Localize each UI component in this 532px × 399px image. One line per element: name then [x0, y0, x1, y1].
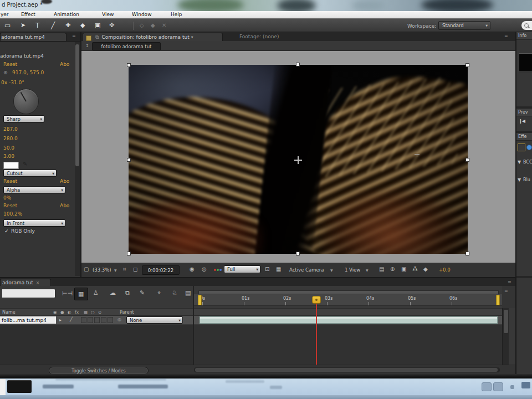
effects-search-icon[interactable]: [518, 144, 525, 151]
effects-tree-twirl[interactable]: ▼: [518, 177, 521, 182]
snapshot-icon[interactable]: ◉: [190, 267, 195, 272]
selection-handle[interactable]: [127, 252, 131, 255]
selection-handle[interactable]: [466, 158, 469, 162]
effect-controls-tab[interactable]: adorama tut.mp4: [0, 33, 66, 41]
fast-preview-icon[interactable]: ◆: [423, 267, 428, 272]
param-value[interactable]: 3.00: [3, 154, 14, 159]
safe-margins-icon[interactable]: ⌗: [123, 267, 126, 272]
magnification-value[interactable]: (33.3%): [93, 267, 111, 273]
about-link[interactable]: Abo: [60, 203, 69, 208]
column-header-name[interactable]: Name: [2, 310, 16, 315]
current-time-line[interactable]: [316, 304, 317, 365]
exposure-value[interactable]: +0.0: [439, 267, 451, 273]
menu-item-effect[interactable]: Effect: [21, 12, 35, 17]
selection-handle[interactable]: [296, 252, 300, 255]
mini-flowchart-icon[interactable]: ⊕: [390, 267, 395, 272]
order-dropdown[interactable]: In Front ▼: [3, 219, 65, 227]
title-bar[interactable]: d Project.aep *: [0, 0, 532, 11]
percent-value[interactable]: 0%: [3, 195, 11, 201]
param-value[interactable]: 287.0: [3, 126, 18, 132]
motion-blur-icon[interactable]: ✎: [140, 290, 145, 296]
tool-selection-icon[interactable]: ▭: [4, 22, 11, 29]
angle-value[interactable]: 0x -31.0°: [1, 80, 24, 85]
timeline-vscrollbar-thumb[interactable]: [504, 310, 508, 333]
tool-brush-icon[interactable]: ✚: [65, 22, 70, 28]
tool-text-icon[interactable]: T: [35, 22, 39, 29]
effects-help-icon[interactable]: [526, 145, 532, 150]
frame-blend-icon[interactable]: ⧉: [125, 290, 130, 296]
pixel-aspect-icon[interactable]: ⁂: [412, 267, 418, 272]
panel-menu-icon[interactable]: ≡: [504, 34, 508, 39]
eyedropper-icon[interactable]: ✐: [22, 161, 28, 166]
view-layout-dropdown[interactable]: 1 View: [345, 267, 360, 273]
selection-handle[interactable]: [466, 63, 469, 67]
layer-switch-cell[interactable]: [88, 317, 93, 323]
selection-handle[interactable]: [466, 252, 469, 255]
rgb-only-checkbox[interactable]: ✓: [4, 228, 9, 234]
camera-dropdown[interactable]: Active Camera: [289, 267, 324, 273]
selection-handle[interactable]: [296, 63, 300, 66]
parent-dropdown[interactable]: None ▼: [126, 316, 183, 324]
layer-switch-cell[interactable]: [94, 317, 100, 323]
backing-dropdown[interactable]: Cutout ▼: [3, 170, 57, 177]
tool-puppet-icon[interactable]: ✜: [109, 22, 114, 28]
work-area-end-handle[interactable]: [496, 295, 500, 305]
panel-menu-icon[interactable]: ≡: [508, 280, 511, 284]
workspace-search-input[interactable]: [521, 21, 532, 30]
draft3d-icon[interactable]: ▣: [401, 267, 406, 272]
draft3d-toggle-icon[interactable]: ♙: [93, 290, 99, 296]
video-thumb-button[interactable]: [7, 380, 32, 393]
resolution-dropdown[interactable]: Full ▼: [224, 265, 260, 273]
show-channel-icon[interactable]: [214, 269, 216, 271]
pickwhip-icon[interactable]: ◎: [117, 318, 121, 322]
grid-guides-icon[interactable]: ▤: [379, 267, 384, 272]
menu-item-window[interactable]: Window: [132, 12, 152, 17]
chevron-down-icon[interactable]: ▼: [330, 268, 333, 272]
scrollbar-track[interactable]: [75, 42, 80, 276]
show-snapshot-icon[interactable]: ◎: [202, 267, 207, 272]
pressed-toggle-frame[interactable]: ▦: [74, 288, 88, 300]
about-link[interactable]: Abo: [60, 178, 69, 184]
effects-tree-item[interactable]: BCC: [523, 160, 532, 165]
param-value[interactable]: 280.0: [3, 136, 18, 141]
mask-visibility-icon[interactable]: ◻: [133, 267, 137, 272]
preview-panel-header[interactable]: Prev: [516, 109, 532, 116]
column-divider[interactable]: [193, 286, 194, 365]
breadcrumb-comp-button[interactable]: fotolibro adorama tut: [92, 42, 161, 50]
chevron-down-icon[interactable]: ▼: [114, 268, 117, 272]
timeline-hscrollbar-thumb[interactable]: [195, 368, 498, 372]
timeline-hscrollbar[interactable]: [194, 367, 500, 372]
panel-menu-icon[interactable]: ≡: [72, 34, 76, 39]
layer-duration-bar[interactable]: [200, 316, 498, 324]
angle-dial[interactable]: [13, 89, 39, 114]
comp-marker-icon[interactable]: ≡: [504, 289, 508, 294]
effect-point-icon[interactable]: ⊕: [3, 70, 8, 75]
graph-editor-icon[interactable]: ▤: [185, 290, 191, 296]
tool-hand-icon[interactable]: ➤: [21, 22, 25, 28]
player-share-icon[interactable]: [521, 382, 530, 388]
reset-link[interactable]: Reset: [3, 178, 17, 184]
menu-item-animation[interactable]: Animation: [54, 12, 79, 17]
time-ruler[interactable]: 0s 01s 02s 03s 04s 05s 06s: [194, 294, 502, 306]
menu-item-layer[interactable]: yer: [1, 12, 9, 17]
selection-handle[interactable]: [127, 63, 131, 67]
point-value[interactable]: 917.0, 575.0: [12, 70, 44, 75]
timecode-box[interactable]: 0:00:02:22: [142, 265, 180, 275]
in-out-icon[interactable]: ⊢⊣: [62, 290, 73, 296]
effects-tree-twirl[interactable]: ▼: [518, 160, 521, 165]
composition-tab[interactable]: ⧉ Composition: fotolibro adorama tut ▼: [83, 33, 223, 41]
twirl-icon[interactable]: ▸: [59, 318, 62, 323]
chevron-down-icon[interactable]: ▼: [366, 268, 369, 272]
transparency-grid-icon[interactable]: ▦: [276, 267, 281, 272]
menu-item-help[interactable]: Help: [171, 12, 182, 17]
player-control-button[interactable]: [493, 382, 503, 391]
reset-link[interactable]: Reset: [3, 203, 17, 208]
layer-switch-cell[interactable]: [101, 317, 106, 323]
brainstorm-icon[interactable]: ⌖: [157, 290, 161, 296]
selection-handle[interactable]: [127, 158, 131, 162]
layer-name-field[interactable]: folib...ma tut.mp4: [0, 316, 56, 324]
effects-tree-item[interactable]: Blu: [523, 177, 530, 182]
breadcrumb-up-icon[interactable]: ↥: [85, 44, 89, 48]
param-value[interactable]: 50.0: [3, 145, 14, 151]
first-frame-button[interactable]: ❙◀: [519, 119, 525, 124]
